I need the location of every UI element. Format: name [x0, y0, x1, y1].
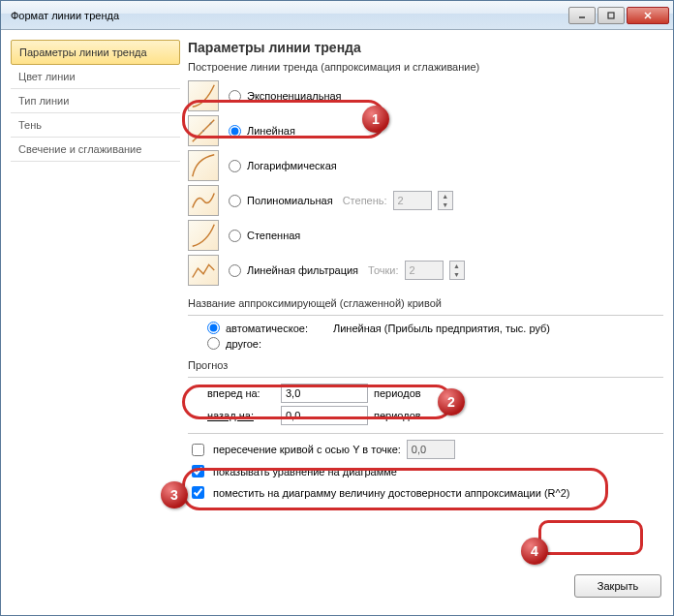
forward-label: вперед на:	[207, 387, 275, 399]
annotation-box-4	[538, 520, 643, 555]
poly-degree-field: Степень: ▲▼	[343, 191, 453, 210]
build-group-label: Построение линии тренда (аппроксимация и…	[188, 61, 663, 73]
power-icon	[188, 220, 219, 251]
back-label: назад на:	[207, 410, 275, 421]
close-window-button[interactable]	[627, 7, 669, 24]
movavg-points-field: Точки: ▲▼	[368, 261, 464, 280]
divider	[188, 315, 663, 316]
intercept-checkbox[interactable]	[192, 444, 204, 456]
exponential-radio[interactable]: Экспоненциальная	[229, 90, 342, 103]
titlebar: Формат линии тренда	[1, 1, 673, 30]
forecast-group-label: Прогноз	[188, 359, 663, 371]
show-r2-checkbox[interactable]	[192, 486, 204, 499]
movavg-icon	[188, 255, 219, 286]
forward-input[interactable]	[281, 384, 368, 403]
minimize-button[interactable]	[568, 7, 596, 24]
power-radio[interactable]: Степенная	[229, 230, 300, 242]
log-icon	[188, 150, 219, 181]
poly-radio[interactable]: Полиномиальная	[229, 195, 333, 207]
intercept-label: пересечение кривой с осью Y в точке:	[213, 444, 401, 455]
movavg-radio[interactable]: Линейная фильтрация	[229, 264, 358, 277]
content-panel: Параметры линии тренда Построение линии …	[188, 40, 663, 605]
sidebar-item-params[interactable]: Параметры линии тренда	[11, 40, 180, 65]
name-auto-value: Линейная (Прибыль предприятия, тыс. руб)	[333, 323, 550, 334]
sidebar-item-line-type[interactable]: Тип линии	[11, 89, 180, 113]
poly-degree-spinner: ▲▼	[438, 191, 453, 210]
sidebar-item-line-color[interactable]: Цвет линии	[11, 65, 180, 89]
name-other-radio[interactable]: другое:	[207, 337, 261, 350]
svg-point-5	[196, 138, 198, 139]
maximize-button[interactable]	[597, 7, 625, 24]
name-auto-radio[interactable]: автоматическое:	[207, 322, 308, 334]
dialog-window: Формат линии тренда Параметры линии трен…	[0, 0, 674, 616]
show-equation-label: показывать уравнение на диаграмме	[213, 466, 397, 477]
window-title: Формат линии тренда	[5, 10, 567, 21]
name-group-label: Название аппроксимирующей (сглаженной) к…	[188, 297, 663, 309]
poly-degree-input	[393, 191, 432, 210]
svg-rect-1	[608, 13, 614, 18]
svg-point-6	[202, 130, 204, 132]
intercept-input	[407, 440, 455, 459]
show-equation-checkbox[interactable]	[192, 465, 204, 477]
movavg-points-spinner: ▲▼	[449, 261, 465, 280]
divider3	[188, 433, 663, 434]
movavg-points-input	[405, 261, 444, 280]
back-units: периодов	[374, 410, 421, 421]
sidebar: Параметры линии тренда Цвет линии Тип ли…	[11, 40, 180, 605]
log-radio[interactable]: Логарифмическая	[229, 160, 337, 172]
linear-radio[interactable]: Линейная	[229, 125, 295, 138]
close-button[interactable]: Закрыть	[574, 574, 661, 598]
show-r2-label: поместить на диаграмму величину достовер…	[213, 487, 569, 499]
back-input[interactable]	[281, 406, 368, 425]
divider2	[188, 377, 663, 378]
annotation-marker-4: 4	[521, 538, 548, 565]
content-heading: Параметры линии тренда	[188, 40, 663, 55]
sidebar-item-glow[interactable]: Свечение и сглаживание	[11, 138, 180, 162]
sidebar-item-shadow[interactable]: Тень	[11, 113, 180, 138]
linear-icon	[188, 115, 219, 146]
exponential-icon	[188, 80, 219, 111]
poly-icon	[188, 185, 219, 216]
svg-point-7	[210, 123, 212, 125]
forward-units: периодов	[374, 387, 421, 399]
